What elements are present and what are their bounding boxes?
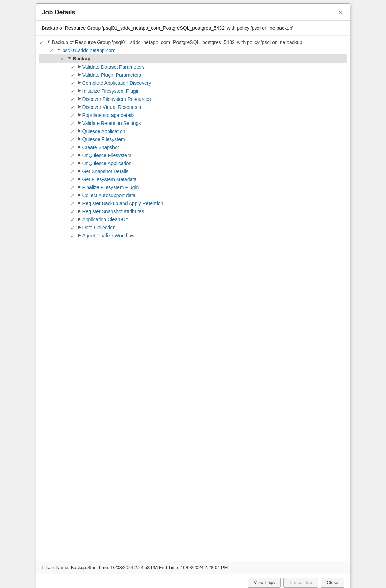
tree-item-label[interactable]: Complete Application Discovery bbox=[82, 80, 151, 86]
cancel-job-button[interactable]: Cancel Job bbox=[283, 578, 318, 588]
tree-item-label[interactable]: UnQuiesce Application bbox=[82, 161, 132, 166]
tree-row: ✓▶ Discover Virtual Resources bbox=[39, 103, 347, 111]
tree-item-label[interactable]: Register Backup and Apply Retention bbox=[82, 201, 163, 206]
check-icon: ✓ bbox=[71, 169, 78, 174]
expand-arrow[interactable]: ▶ bbox=[78, 96, 81, 101]
check-icon: ✓ bbox=[71, 105, 78, 110]
check-icon: ✓ bbox=[71, 217, 78, 223]
tree-row: ✓▶ Collect Autosupport data bbox=[39, 192, 347, 200]
check-icon: ✓ bbox=[71, 233, 78, 239]
check-icon: ✓ bbox=[71, 121, 78, 126]
expand-arrow[interactable]: ▶ bbox=[78, 177, 81, 181]
tree-item-label[interactable]: Validate Dataset Parameters bbox=[82, 64, 145, 70]
tree-item-label[interactable]: Collect Autosupport data bbox=[82, 193, 136, 198]
tree-item-label[interactable]: Data Collection bbox=[82, 225, 116, 230]
expand-arrow[interactable]: ▼ bbox=[47, 39, 51, 44]
tree-row: ✓▶ Quiesce Application bbox=[39, 127, 347, 135]
tree-row: ✓▼ Backup of Resource Group 'psql01_sddc… bbox=[39, 38, 347, 46]
close-button[interactable]: Close bbox=[321, 578, 344, 588]
tree-item-label[interactable]: Create Snapshot bbox=[82, 144, 119, 150]
expand-arrow[interactable]: ▶ bbox=[78, 104, 81, 109]
tree-row: ✓▶ Agent Finalize Workflow bbox=[39, 232, 347, 240]
check-icon: ✓ bbox=[71, 153, 78, 158]
view-logs-button[interactable]: View Logs bbox=[248, 578, 281, 588]
check-icon: ✓ bbox=[71, 209, 78, 215]
check-icon: ✓ bbox=[71, 225, 78, 231]
tree-item-label[interactable]: Quiesce Filesystem bbox=[82, 136, 125, 142]
expand-arrow[interactable]: ▶ bbox=[78, 201, 81, 205]
tree-row: ✓▶ Quiesce Filesystem bbox=[39, 135, 347, 143]
expand-arrow[interactable]: ▼ bbox=[68, 56, 72, 60]
tree-row: ✓▼ Backup bbox=[39, 54, 347, 63]
tree-item-label[interactable]: Finalize Filesystem Plugin bbox=[82, 185, 139, 190]
expand-arrow[interactable]: ▶ bbox=[78, 128, 81, 133]
info-icon: ℹ bbox=[42, 565, 44, 570]
expand-arrow[interactable]: ▶ bbox=[78, 152, 81, 157]
tree-row: ✓▶ Get Filesystem Metadata bbox=[39, 176, 347, 184]
check-icon: ✓ bbox=[71, 113, 78, 118]
tree-row: ✓▶ Register Snapshot attributes bbox=[39, 208, 347, 216]
tree-item-label[interactable]: Get Snapshot Details bbox=[82, 169, 129, 174]
check-icon: ✓ bbox=[60, 56, 68, 62]
tree-item-label[interactable]: UnQuiesce Filesystem bbox=[82, 152, 131, 158]
expand-arrow[interactable]: ▶ bbox=[78, 80, 81, 85]
check-icon: ✓ bbox=[71, 97, 78, 102]
expand-arrow[interactable]: ▶ bbox=[78, 72, 81, 77]
tree-row: ✓▶ Application Clean-Up bbox=[39, 216, 347, 224]
expand-arrow[interactable]: ▶ bbox=[78, 209, 81, 213]
expand-arrow[interactable]: ▼ bbox=[57, 47, 61, 52]
job-details-dialog: Job Details × Backup of Resource Group '… bbox=[36, 3, 350, 588]
tree-item-label[interactable]: psql01.sddc.netapp.com bbox=[62, 47, 115, 53]
check-icon: ✓ bbox=[71, 129, 78, 134]
expand-arrow[interactable]: ▶ bbox=[78, 193, 81, 197]
job-tree: ✓▼ Backup of Resource Group 'psql01_sddc… bbox=[36, 36, 350, 561]
expand-arrow[interactable]: ▶ bbox=[78, 88, 81, 93]
tree-item-label[interactable]: Application Clean-Up bbox=[82, 217, 129, 222]
check-icon: ✓ bbox=[71, 177, 78, 183]
tree-item-label[interactable]: Initialize Filesystem Plugin bbox=[82, 88, 140, 94]
tree-row: ✓▶ Get Snapshot Details bbox=[39, 168, 347, 176]
expand-arrow[interactable]: ▶ bbox=[78, 136, 81, 141]
check-icon: ✓ bbox=[71, 201, 78, 207]
expand-arrow[interactable]: ▶ bbox=[78, 64, 81, 69]
tree-row: ✓▼ psql01.sddc.netapp.com bbox=[39, 46, 347, 54]
tree-item-label[interactable]: Agent Finalize Workflow bbox=[82, 233, 135, 238]
dialog-close-button[interactable]: × bbox=[336, 8, 344, 17]
status-bar: ℹ Task Name: Backup Start Time: 10/08/20… bbox=[36, 561, 350, 574]
tree-item-label[interactable]: Register Snapshot attributes bbox=[82, 209, 144, 214]
dialog-header: Job Details × bbox=[36, 4, 350, 21]
tree-row: ✓▶ Complete Application Discovery bbox=[39, 79, 347, 87]
tree-item-label[interactable]: Get Filesystem Metadata bbox=[82, 177, 137, 182]
expand-arrow[interactable]: ▶ bbox=[78, 225, 81, 229]
check-icon: ✓ bbox=[71, 81, 78, 86]
expand-arrow[interactable]: ▶ bbox=[78, 169, 81, 173]
tree-row: ✓▶ Create Snapshot bbox=[39, 143, 347, 151]
expand-arrow[interactable]: ▶ bbox=[78, 112, 81, 117]
tree-item-label: Backup bbox=[73, 56, 90, 61]
expand-arrow[interactable]: ▶ bbox=[78, 144, 81, 149]
expand-arrow[interactable]: ▶ bbox=[78, 120, 81, 125]
expand-arrow[interactable]: ▶ bbox=[78, 233, 81, 237]
check-icon: ✓ bbox=[71, 65, 78, 70]
dialog-footer: View Logs Cancel Job Close bbox=[36, 574, 350, 588]
check-icon: ✓ bbox=[50, 48, 57, 53]
tree-item-label[interactable]: Validate Retention Settings bbox=[82, 120, 141, 126]
tree-item-label[interactable]: Discover Virtual Resources bbox=[82, 104, 141, 110]
check-icon: ✓ bbox=[71, 137, 78, 142]
dialog-title: Job Details bbox=[42, 9, 75, 16]
job-description: Backup of Resource Group 'psql01_sddc_ne… bbox=[36, 21, 350, 36]
tree-row: ✓▶ UnQuiesce Application bbox=[39, 159, 347, 168]
check-icon: ✓ bbox=[71, 193, 78, 199]
check-icon: ✓ bbox=[39, 40, 47, 45]
expand-arrow[interactable]: ▶ bbox=[78, 185, 81, 189]
tree-item-label[interactable]: Discover Filesystem Resources bbox=[82, 96, 151, 102]
expand-arrow[interactable]: ▶ bbox=[78, 161, 81, 165]
check-icon: ✓ bbox=[71, 73, 78, 78]
tree-item-label[interactable]: Populate storage details bbox=[82, 112, 135, 118]
tree-item-label[interactable]: Quiesce Application bbox=[82, 128, 125, 134]
tree-row: ✓▶ Register Backup and Apply Retention bbox=[39, 200, 347, 208]
tree-row: ✓▶ Discover Filesystem Resources bbox=[39, 95, 347, 103]
tree-row: ✓▶ Data Collection bbox=[39, 224, 347, 232]
tree-item-label[interactable]: Validate Plugin Parameters bbox=[82, 72, 141, 78]
expand-arrow[interactable]: ▶ bbox=[78, 217, 81, 221]
